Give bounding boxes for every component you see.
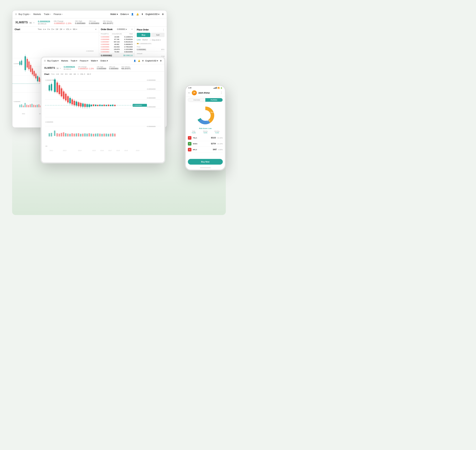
mobile-header: ← JA Jaleh Afshar ⋮ (186, 89, 225, 97)
svg-text:-0.00003000: -0.00003000 (147, 97, 156, 99)
nav-orders[interactable]: Orders ▾ (120, 13, 129, 16)
ask-row-2[interactable]: 0.00000868 87.748 0.76165264 (99, 38, 135, 41)
svg-rect-166 (61, 133, 62, 136)
ob-close[interactable]: ✕ (131, 28, 133, 30)
chart-title: Chart (15, 28, 20, 31)
nav-finance[interactable]: Finance ▾ (54, 13, 63, 16)
po-limit[interactable]: Limit (137, 39, 141, 41)
svg-rect-66 (24, 103, 26, 107)
nav-language[interactable]: English/USD ▾ (146, 13, 159, 16)
tablet-stat-low: 24h Low 0.00000850 (109, 66, 118, 70)
ask-row-1[interactable]: 0.00000869 16.646 0.14465374 (99, 36, 135, 38)
stat-weekly: Weekly +0.5% (200, 130, 211, 134)
tablet-stat-change: 24h Change -0.00000010 -1.15% (78, 66, 94, 70)
svg-rect-190 (112, 133, 113, 136)
po-buy-sell-tabs[interactable]: Buy Sell (137, 33, 165, 37)
svg-rect-146 (91, 105, 92, 106)
nav-settings-icon[interactable]: ⚙ (162, 13, 164, 16)
tsla-logo: T (188, 136, 191, 140)
svg-rect-151 (101, 105, 103, 106)
po-menu[interactable]: ⋮ (162, 29, 165, 31)
po-order-types[interactable]: Limit Market ⓘ Stop-limit ▾ (137, 39, 165, 41)
svg-text:2015: 2015 (92, 150, 96, 151)
svg-text:2020: 2020 (136, 150, 139, 151)
svg-rect-185 (101, 134, 103, 136)
stock-item-nvda[interactable]: N NVDA $2754 22.15% (187, 141, 223, 147)
desktop-nav-items[interactable]: Buy Crypto ▾ Markets Trade ▾ Finance ▾ (18, 13, 110, 16)
tablet-language[interactable]: English/USD ▾ (146, 60, 158, 62)
svg-rect-65 (23, 106, 24, 107)
tablet-nav-orders[interactable]: Orders ▾ (100, 60, 108, 62)
back-button[interactable]: ← (188, 91, 191, 95)
tablet-nav-finance[interactable]: Finance ▾ (80, 60, 88, 62)
ask-row-7[interactable]: 0.00000863 76.993 0.66444959 (99, 51, 135, 53)
mobile-mockup: 1:20 📶 🔋 ← JA Jaleh Afshar ⋮ Overview (185, 85, 226, 171)
svg-rect-149 (97, 105, 99, 106)
svg-rect-163 (54, 130, 55, 136)
pair-price-sub: $0.098116 (38, 23, 50, 25)
svg-text:2012: 2012 (22, 113, 25, 114)
ask-row-6[interactable]: 0.00000864 129.876 1.12212864 (99, 48, 135, 51)
battery-icon: 🔋 (220, 87, 223, 89)
desktop-navbar: Buy Crypto ▾ Markets Trade ▾ Finance ▾ W… (12, 11, 167, 18)
tablet-user-icon[interactable]: 👤 (134, 60, 136, 62)
mobile-buy-button[interactable]: Buy New (188, 159, 223, 165)
nvda-symbol: NVDA (193, 143, 211, 145)
tablet-upload-icon[interactable]: ⬆ (142, 60, 144, 62)
po-sell-button[interactable]: Sell (151, 33, 165, 37)
svg-rect-172 (74, 134, 75, 136)
ask-row-3[interactable]: 0.00000867 587.232 5.09130144 (99, 41, 135, 43)
tablet-nav-wallet[interactable]: Wallet ▾ (91, 60, 98, 62)
mobile-time: 1:20 (188, 87, 191, 89)
svg-rect-74 (38, 104, 40, 107)
tablet-stat-volume: 24h Volume 405.09 BTC (121, 66, 131, 70)
stock-item-nflx[interactable]: N NFLX $487 4.00% (187, 147, 223, 153)
nav-bell-icon[interactable]: 🔔 (136, 13, 139, 16)
ask-row-5[interactable]: 0.00000865 316.662 2.73912630 (99, 46, 135, 48)
po-stop-limit[interactable]: ⓘ Stop-limit ▾ (150, 39, 161, 41)
nav-wallet[interactable]: Wallet ▾ (110, 13, 118, 16)
pair-header: XLM/BTS 5x ▾ 0.00000826 $0.098116 24h Ch… (12, 18, 167, 27)
po-buy-button[interactable]: Buy (137, 33, 150, 37)
svg-rect-71 (33, 105, 34, 107)
po-market[interactable]: Market (142, 39, 148, 41)
tablet-settings-icon[interactable]: ⚙ (160, 60, 162, 62)
svg-rect-73 (37, 105, 38, 107)
mobile-tabs[interactable]: Overview Portfolio (188, 98, 223, 102)
tab-portfolio[interactable]: Portfolio (205, 98, 223, 102)
mobile-status-bar: 1:20 📶 🔋 (186, 86, 225, 89)
svg-text:-0.00000862: -0.00000862 (133, 104, 142, 106)
nav-user-icon[interactable]: 👤 (131, 13, 134, 16)
nav-upload-icon[interactable]: ⬆ (141, 13, 143, 16)
tablet-bell-icon[interactable]: 🔔 (138, 60, 140, 62)
tablet-nav-markets[interactable]: Markets (61, 60, 68, 62)
stock-item-tsla[interactable]: T TSLA $5153 41.44% (187, 135, 223, 141)
tablet-nav-buy-crypto[interactable]: Buy Crypto ▾ (47, 60, 59, 62)
stat-high: 24h High 0.00000889 (75, 20, 85, 24)
tablet-pair-name: XLM/BTS (44, 66, 55, 69)
tablet-chart-header: Chart Time m ▾ H ▾ D ▾ 1W 1M ≡ VOL ✕ MA … (44, 73, 162, 75)
nav-trade[interactable]: Trade ▾ (44, 13, 51, 16)
ask-row-4[interactable]: 0.00000866 46.892 0.40608472 (99, 43, 135, 46)
nvda-price: $2754 (211, 143, 216, 145)
svg-text:-0.00006000: -0.00006000 (86, 50, 94, 52)
svg-text:-0.0000555: -0.0000555 (45, 121, 53, 123)
po-price-field: Price 0.00000861 BTC (137, 46, 165, 51)
pair-name: XLM/BTS (15, 21, 28, 24)
svg-rect-155 (110, 105, 111, 106)
ob-price-selector[interactable]: 0.0000001 ▾ (117, 28, 127, 30)
stock-list: T TSLA $5153 41.44% N NVDA $2754 22.15% … (186, 135, 225, 158)
svg-rect-63 (19, 105, 20, 107)
tab-overview[interactable]: Overview (188, 98, 205, 102)
nav-buy-crypto[interactable]: Buy Crypto ▾ (18, 13, 30, 16)
portfolio-donut-chart: TSLA NVDA NFLX (195, 105, 216, 126)
svg-rect-184 (99, 134, 101, 136)
more-options-button[interactable]: ⋮ (220, 91, 223, 95)
chart-close[interactable]: ✕ (95, 28, 97, 31)
chart-controls[interactable]: Time m ▾ H ▾ D ▾ 1W 1M ≡ VOL ✕ MA ✕ (38, 28, 77, 30)
tablet-nav-trade[interactable]: Trade ▾ (71, 60, 77, 62)
nav-markets[interactable]: Markets (33, 13, 41, 16)
ob-header: Order Book 0.0000001 ▾ ✕ (99, 27, 135, 32)
svg-text:2012: 2012 (49, 150, 53, 151)
ob-columns: Price(BTC) Amount(XLM) Total (99, 32, 135, 36)
